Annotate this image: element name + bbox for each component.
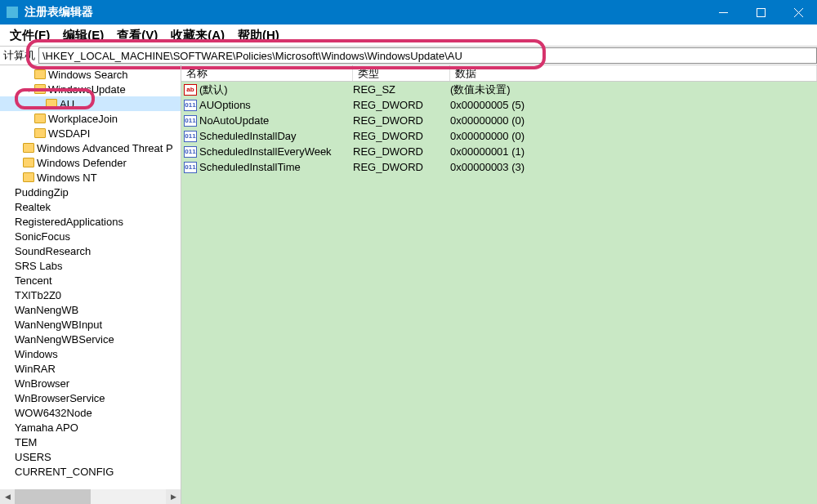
- tree-toggle-icon[interactable]: ▾: [23, 85, 34, 94]
- value-name: AUOptions: [199, 99, 353, 111]
- tree-item[interactable]: ▸Tencent: [0, 273, 181, 288]
- tree-item[interactable]: ▸WnBrowser: [0, 376, 181, 390]
- close-button[interactable]: [779, 0, 817, 25]
- menu-favorites[interactable]: 收藏来(A): [164, 26, 231, 45]
- tree-item[interactable]: ▸SoundResearch: [0, 243, 181, 258]
- value-name: (默认): [199, 83, 353, 97]
- tree-item[interactable]: ▸WorkplaceJoin: [0, 111, 181, 126]
- menubar: 文件(F) 编辑(E) 查看(V) 收藏来(A) 帮助(H): [0, 25, 817, 46]
- tree-item-label: Yamaha APO: [15, 421, 78, 434]
- values-header: 名称 类型 数据: [181, 65, 817, 82]
- tree-item-label: WanNengWBInput: [15, 319, 102, 331]
- registry-value-row[interactable]: 011ScheduledInstallDayREG_DWORD0x0000000…: [181, 128, 817, 144]
- menu-view[interactable]: 查看(V): [110, 26, 164, 45]
- value-data: 0x00000000 (0): [450, 114, 817, 127]
- tree-item-label: AU: [60, 98, 74, 110]
- maximize-button[interactable]: [742, 0, 779, 25]
- tree-item[interactable]: ▸Windows Defender: [0, 155, 181, 170]
- menu-edit[interactable]: 编辑(E): [56, 26, 110, 45]
- folder-icon: [23, 158, 34, 167]
- tree-item[interactable]: ▸RegisteredApplications: [0, 214, 181, 229]
- tree-item[interactable]: ▸WinRAR: [0, 361, 181, 376]
- registry-tree[interactable]: ▸Windows Search▾WindowsUpdate▸AU▸Workpla…: [0, 65, 181, 504]
- svg-rect-1: [757, 8, 765, 16]
- tree-item[interactable]: ▸CURRENT_CONFIG: [0, 464, 181, 479]
- tree-item[interactable]: ▸Yamaha APO: [0, 420, 181, 435]
- tree-item[interactable]: ▸WanNengWBInput: [0, 317, 181, 332]
- address-input[interactable]: [38, 47, 817, 64]
- tree-item[interactable]: ▸SonicFocus: [0, 229, 181, 243]
- tree-item[interactable]: ▸TEM: [0, 435, 181, 449]
- dword-value-icon: 011: [184, 146, 197, 158]
- value-name: NoAutoUpdate: [199, 114, 353, 127]
- dword-value-icon: 011: [184, 131, 197, 142]
- value-type: REG_DWORD: [353, 130, 450, 142]
- tree-item[interactable]: ▸WanNengWBService: [0, 332, 181, 346]
- tree-item[interactable]: ▸TXlTb2Z0: [0, 288, 181, 302]
- tree-item-label: TXlTb2Z0: [15, 289, 61, 301]
- tree-item[interactable]: ▸Windows Advanced Threat P: [0, 140, 181, 155]
- tree-scrollbar[interactable]: ◀ ▶: [0, 489, 181, 504]
- folder-icon: [34, 84, 46, 94]
- folder-icon: [23, 172, 34, 182]
- registry-value-row[interactable]: 011NoAutoUpdateREG_DWORD0x00000000 (0): [181, 113, 817, 128]
- tree-item[interactable]: ▸Windows: [0, 346, 181, 361]
- menu-file[interactable]: 文件(F): [3, 26, 56, 45]
- value-name: ScheduledInstallTime: [199, 161, 353, 173]
- close-icon: [794, 8, 803, 17]
- string-value-icon: ab: [184, 84, 197, 96]
- window-controls: [704, 0, 817, 25]
- value-type: REG_DWORD: [353, 145, 450, 158]
- tree-item-label: WOW6432Node: [15, 407, 92, 419]
- tree-item-label: Windows Search: [48, 69, 128, 81]
- app-icon: [7, 7, 18, 18]
- folder-icon: [23, 143, 34, 153]
- tree-item[interactable]: ▸SRS Labs: [0, 258, 181, 273]
- tree-item-label: Tencent: [15, 274, 52, 287]
- column-header-type[interactable]: 类型: [353, 65, 450, 81]
- tree-item-label: Windows NT: [37, 172, 97, 184]
- tree-item[interactable]: ▸Realtek: [0, 199, 181, 214]
- registry-value-row[interactable]: 011ScheduledInstallEveryWeekREG_DWORD0x0…: [181, 144, 817, 159]
- tree-item[interactable]: ▸Windows NT: [0, 170, 181, 185]
- tree-item[interactable]: ▸WanNengWB: [0, 302, 181, 317]
- tree-item[interactable]: ▸WOW6432Node: [0, 405, 181, 420]
- tree-item-label: RegisteredApplications: [15, 216, 123, 228]
- scroll-right-button[interactable]: ▶: [166, 489, 181, 504]
- tree-item[interactable]: ▾WindowsUpdate: [0, 82, 181, 96]
- tree-item[interactable]: ▸AU: [0, 96, 181, 111]
- tree-item-label: SonicFocus: [15, 230, 70, 243]
- tree-item-label: SoundResearch: [15, 245, 91, 257]
- titlebar: 注册表编辑器: [0, 0, 817, 25]
- column-header-data[interactable]: 数据: [450, 65, 817, 81]
- value-data: 0x00000003 (3): [450, 161, 817, 173]
- tree-item-label: WorkplaceJoin: [48, 113, 118, 125]
- tree-item-label: WinRAR: [15, 363, 56, 375]
- tree-item[interactable]: ▸WnBrowserService: [0, 390, 181, 405]
- registry-value-row[interactable]: 011ScheduledInstallTimeREG_DWORD0x000000…: [181, 159, 817, 175]
- value-name: ScheduledInstallEveryWeek: [199, 145, 353, 158]
- tree-item[interactable]: ▸PuddingZip: [0, 185, 181, 199]
- menu-help[interactable]: 帮助(H): [231, 26, 286, 45]
- minimize-button[interactable]: [704, 0, 742, 25]
- tree-item[interactable]: ▸WSDAPI: [0, 126, 181, 140]
- tree-item[interactable]: ▸USERS: [0, 449, 181, 464]
- column-header-name[interactable]: 名称: [181, 65, 353, 81]
- maximize-icon: [757, 8, 766, 17]
- scroll-track[interactable]: [15, 489, 166, 504]
- tree-item-label: WanNengWBService: [15, 333, 114, 346]
- tree-item[interactable]: ▸Windows Search: [0, 67, 181, 82]
- value-type: REG_SZ: [353, 83, 450, 96]
- registry-value-row[interactable]: 011AUOptionsREG_DWORD0x00000005 (5): [181, 97, 817, 113]
- value-name: ScheduledInstallDay: [199, 130, 353, 142]
- scroll-left-button[interactable]: ◀: [0, 489, 15, 504]
- scroll-thumb[interactable]: [15, 489, 91, 504]
- tree-item-label: Windows: [15, 348, 58, 360]
- tree-item-label: WSDAPI: [48, 127, 90, 140]
- window-title: 注册表编辑器: [25, 5, 704, 20]
- registry-value-row[interactable]: ab(默认)REG_SZ(数值未设置): [181, 82, 817, 97]
- value-data: 0x00000005 (5): [450, 99, 817, 111]
- tree-item-label: Realtek: [15, 201, 51, 213]
- tree-item-label: CURRENT_CONFIG: [15, 466, 114, 478]
- tree-item-label: PuddingZip: [15, 186, 69, 198]
